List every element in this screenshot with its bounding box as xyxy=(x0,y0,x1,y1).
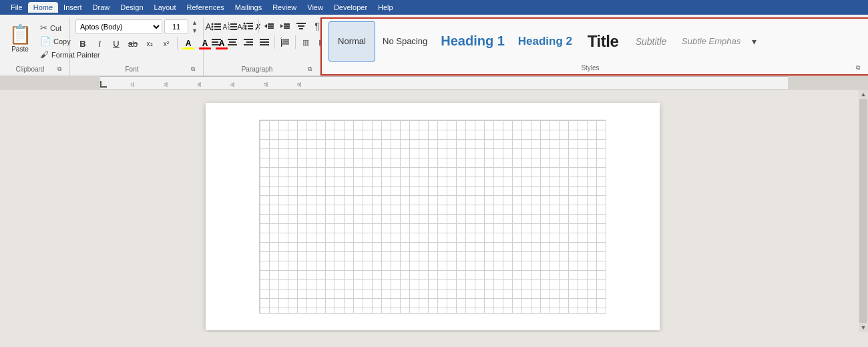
menu-file[interactable]: File xyxy=(5,2,28,13)
align-left-button[interactable] xyxy=(209,35,224,49)
svg-rect-17 xyxy=(248,28,253,29)
menu-review[interactable]: Review xyxy=(267,2,302,13)
svg-rect-27 xyxy=(298,25,304,27)
menu-design[interactable]: Design xyxy=(115,2,148,13)
scroll-down-button[interactable]: ▼ xyxy=(861,324,867,331)
ruler-white: 1 2 3 4 5 6 xyxy=(100,76,788,89)
svg-rect-31 xyxy=(212,44,221,45)
vertical-scrollbar[interactable]: ▲ ▼ xyxy=(859,90,868,332)
align-center-button[interactable] xyxy=(225,35,240,49)
svg-rect-1 xyxy=(214,23,221,25)
menu-home[interactable]: Home xyxy=(28,2,58,13)
svg-point-14 xyxy=(245,25,247,27)
style-title[interactable]: Title xyxy=(580,21,626,62)
justify-button[interactable] xyxy=(257,35,272,49)
superscript-button[interactable]: x² xyxy=(159,36,174,51)
increase-indent-button[interactable] xyxy=(278,19,292,33)
bullets-button[interactable] xyxy=(209,19,224,33)
ribbon: 📋 Paste ✂ Cut 📄 Copy 🖌 Format Painter xyxy=(0,15,868,76)
svg-rect-20 xyxy=(268,25,274,27)
svg-rect-41 xyxy=(282,39,289,41)
scroll-thumb[interactable] xyxy=(859,99,867,323)
font-size-input[interactable] xyxy=(164,19,188,34)
styles-group: Normal No Spacing Heading 1 Heading 2 Ti… xyxy=(320,17,868,76)
font-separator1 xyxy=(177,37,178,50)
scroll-up-button[interactable]: ▲ xyxy=(861,91,867,98)
cut-icon: ✂ xyxy=(40,23,47,33)
svg-rect-5 xyxy=(214,29,221,30)
menu-mailings[interactable]: Mailings xyxy=(230,2,267,13)
document-area[interactable] xyxy=(7,90,859,332)
font-size-decrease[interactable]: ▼ xyxy=(190,27,199,35)
document-page[interactable] xyxy=(206,103,660,330)
strikethrough-button[interactable]: ab xyxy=(126,36,140,51)
subscript-button[interactable]: x₂ xyxy=(142,36,157,51)
sort-button[interactable] xyxy=(294,19,308,33)
svg-marker-22 xyxy=(280,24,283,28)
bold-button[interactable]: B xyxy=(75,36,90,51)
workspace: ▲ ▼ xyxy=(0,90,868,332)
svg-rect-15 xyxy=(248,25,253,27)
paragraph-expand-button[interactable]: ⧉ xyxy=(305,64,314,74)
document-grid[interactable] xyxy=(259,120,606,314)
menu-layout[interactable]: Layout xyxy=(149,2,182,13)
shading-button[interactable]: ▥ xyxy=(298,35,313,49)
styles-list: Normal No Spacing Heading 1 Heading 2 Ti… xyxy=(327,20,761,62)
numbering-button[interactable]: 1.2.3. xyxy=(225,19,240,33)
svg-point-4 xyxy=(212,29,214,31)
svg-rect-25 xyxy=(284,27,290,29)
svg-rect-23 xyxy=(284,23,290,25)
svg-text:2: 2 xyxy=(164,82,167,88)
svg-rect-13 xyxy=(246,23,253,24)
style-heading2[interactable]: Heading 2 xyxy=(512,21,578,62)
menu-bar: File Home Insert Draw Design Layout Refe… xyxy=(0,0,868,15)
menu-view[interactable]: View xyxy=(302,2,329,13)
text-highlight-button[interactable]: A xyxy=(181,36,196,51)
svg-rect-33 xyxy=(229,41,236,43)
highlight-color-bar xyxy=(182,47,194,49)
style-no-spacing[interactable]: No Spacing xyxy=(377,21,433,62)
paragraph-group-label: Paragraph xyxy=(209,66,305,73)
line-spacing-button[interactable]: ↕ xyxy=(278,35,292,49)
svg-rect-29 xyxy=(212,39,221,40)
svg-text:5: 5 xyxy=(264,82,267,88)
svg-rect-43 xyxy=(282,43,289,45)
svg-rect-3 xyxy=(214,26,221,27)
menu-insert[interactable]: Insert xyxy=(58,2,87,13)
styles-expand-button[interactable]: ⧉ xyxy=(853,63,863,72)
style-subtle-emphasis[interactable]: Subtle Emphas xyxy=(676,21,746,62)
underline-button[interactable]: U xyxy=(109,36,124,51)
svg-rect-36 xyxy=(246,41,253,43)
font-group-label: Font xyxy=(75,66,188,73)
font-name-select[interactable]: Aptos (Body) xyxy=(75,19,162,34)
italic-button[interactable]: I xyxy=(92,36,107,51)
svg-text:6: 6 xyxy=(297,82,300,88)
decrease-indent-button[interactable] xyxy=(262,19,276,33)
menu-developer[interactable]: Developer xyxy=(329,2,373,13)
font-expand-button[interactable]: ⧉ xyxy=(188,64,198,74)
svg-text:1: 1 xyxy=(130,82,134,88)
svg-marker-18 xyxy=(264,24,267,28)
styles-scroll-button[interactable]: ▾ xyxy=(748,21,760,62)
clipboard-expand-button[interactable]: ⧉ xyxy=(55,64,64,74)
style-subtitle[interactable]: Subtitle xyxy=(628,21,674,62)
svg-rect-37 xyxy=(244,44,253,45)
multilevel-list-button[interactable] xyxy=(241,19,256,33)
svg-rect-28 xyxy=(299,28,303,29)
svg-rect-40 xyxy=(260,44,269,45)
paste-button[interactable]: 📋 Paste xyxy=(5,19,35,59)
svg-point-12 xyxy=(244,23,246,25)
left-margin xyxy=(0,90,7,332)
menu-help[interactable]: Help xyxy=(373,2,399,13)
style-heading1[interactable]: Heading 1 xyxy=(435,21,511,62)
style-normal-label: Normal xyxy=(338,36,366,46)
align-right-button[interactable] xyxy=(241,35,256,49)
svg-rect-32 xyxy=(228,39,237,40)
menu-references[interactable]: References xyxy=(182,2,230,13)
font-size-increase[interactable]: ▲ xyxy=(190,19,199,27)
clipboard-group: 📋 Paste ✂ Cut 📄 Copy 🖌 Format Painter xyxy=(0,17,70,76)
svg-point-16 xyxy=(245,28,247,30)
menu-draw[interactable]: Draw xyxy=(87,2,116,13)
style-normal[interactable]: Normal xyxy=(329,21,375,62)
svg-rect-35 xyxy=(244,39,253,40)
